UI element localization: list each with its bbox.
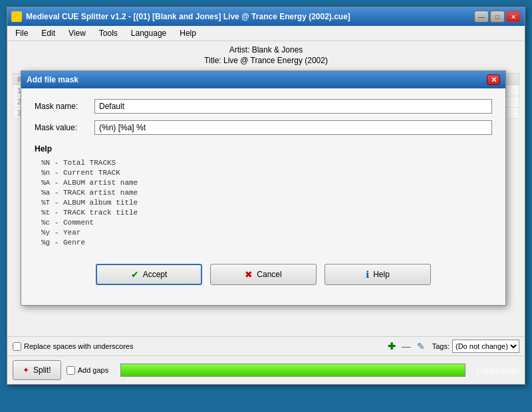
mask-value-label: Mask value: (35, 123, 94, 132)
help-circle-icon: ℹ (366, 269, 369, 280)
replace-spaces-label[interactable]: Replace spaces with underscores (13, 342, 133, 351)
dialog-title: Add file mask (27, 75, 78, 84)
toolbar-icons: ✚ — ✎ (386, 340, 427, 352)
help-title: Help (35, 144, 492, 154)
artist-info: Artist: Blank & Jones (14, 45, 518, 54)
remove-icon[interactable]: — (400, 340, 412, 352)
bottom-toolbar: Replace spaces with underscores ✚ — ✎ Ta… (7, 336, 525, 356)
dialog-buttons: ✔ Accept ✖ Cancel ℹ Help (35, 257, 492, 294)
tags-area: Tags: (Do not change)ID3v1ID3v2ID3v1+v2 (432, 340, 519, 353)
title-bar-left: ♪ Medieval CUE Splitter v1.2 - [(01) [Bl… (11, 11, 350, 22)
add-icon[interactable]: ✚ (386, 340, 398, 352)
help-item-n: %n - Current TRACK (35, 169, 492, 177)
progress-bar-container (120, 363, 466, 377)
menu-bar: File Edit View Tools Language Help (7, 26, 525, 41)
help-item-T: %T - ALBUM album title (35, 199, 492, 207)
split-icon: ✦ (23, 365, 29, 375)
menu-language[interactable]: Language (126, 27, 172, 39)
accept-label: Accept (143, 270, 168, 279)
mask-name-label: Mask name: (35, 102, 94, 111)
dialog-body: Mask name: Mask value: Help %N - Total T… (21, 88, 505, 305)
help-item-N: %N - Total TRACKS (35, 159, 492, 167)
split-label: Split! (33, 365, 51, 375)
window-controls: — □ ✕ (474, 11, 521, 23)
mask-name-input[interactable] (94, 99, 492, 114)
tags-label: Tags: (432, 342, 450, 350)
mask-value-row: Mask value: (35, 120, 492, 135)
help-item-c: %c - Comment (35, 219, 492, 227)
dialog-close-button[interactable]: ✕ (487, 74, 500, 85)
main-window: ♪ Medieval CUE Splitter v1.2 - [(01) [Bl… (7, 7, 525, 385)
action-bar: ✦ Split! Add gaps LO4D.com (7, 356, 525, 384)
menu-edit[interactable]: Edit (36, 27, 61, 39)
maximize-button[interactable]: □ (490, 11, 505, 23)
mask-value-input[interactable] (94, 120, 492, 135)
window-title: Medieval CUE Splitter v1.2 - [(01) [Blan… (26, 12, 350, 21)
checkmark-icon: ✔ (131, 269, 139, 280)
help-item-t: %t - TRACK track title (35, 209, 492, 217)
help-label: Help (373, 270, 390, 279)
add-gaps-label[interactable]: Add gaps (66, 366, 108, 375)
close-button[interactable]: ✕ (506, 11, 521, 23)
menu-file[interactable]: File (10, 27, 33, 39)
menu-help[interactable]: Help (174, 27, 201, 39)
add-file-mask-dialog: Add file mask ✕ Mask name: Mask value: H… (21, 70, 506, 306)
help-item-A: %A - ALBUM artist name (35, 179, 492, 187)
help-item-g: %g - Genre (35, 239, 492, 247)
app-icon: ♪ (11, 11, 22, 22)
title-bar: ♪ Medieval CUE Splitter v1.2 - [(01) [Bl… (7, 7, 525, 26)
accept-button[interactable]: ✔ Accept (96, 264, 202, 285)
help-item-a: %a - TRACK artist name (35, 189, 492, 197)
edit-icon[interactable]: ✎ (415, 340, 427, 352)
menu-view[interactable]: View (63, 27, 91, 39)
minimize-button[interactable]: — (474, 11, 489, 23)
title-info: Title: Live @ Trance Energy (2002) (14, 56, 518, 65)
replace-spaces-checkbox[interactable] (13, 342, 21, 351)
split-button[interactable]: ✦ Split! (13, 360, 61, 380)
cancel-label: Cancel (257, 270, 281, 279)
help-item-y: %y - Year (35, 229, 492, 237)
tags-select[interactable]: (Do not change)ID3v1ID3v2ID3v1+v2 (452, 340, 519, 353)
cancel-button[interactable]: ✖ Cancel (210, 264, 317, 285)
watermark: LO4D.com (476, 365, 519, 375)
dialog-title-bar: Add file mask ✕ (21, 71, 505, 88)
mask-name-row: Mask name: (35, 99, 492, 114)
app-info-area: Artist: Blank & Jones Title: Live @ Tran… (7, 41, 525, 70)
help-button[interactable]: ℹ Help (325, 264, 431, 285)
add-gaps-checkbox[interactable] (66, 366, 75, 375)
help-section: Help %N - Total TRACKS %n - Current TRAC… (35, 144, 492, 247)
progress-bar-fill (121, 364, 465, 376)
menu-tools[interactable]: Tools (94, 27, 123, 39)
add-gaps-text: Add gaps (78, 366, 108, 374)
replace-spaces-text: Replace spaces with underscores (24, 342, 133, 350)
content-area: # Track Start Length Sample 1Blank & Jon… (7, 70, 525, 336)
x-icon: ✖ (245, 269, 253, 280)
